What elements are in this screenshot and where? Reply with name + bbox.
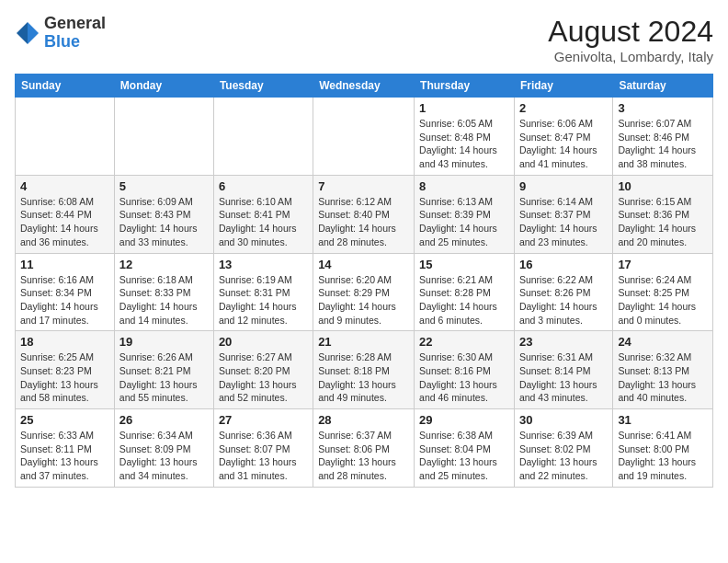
day-number: 6 [219, 179, 308, 193]
calendar-cell [213, 98, 313, 176]
calendar-cell: 29Sunrise: 6:38 AMSunset: 8:04 PMDayligh… [415, 409, 515, 488]
day-number: 31 [618, 413, 708, 427]
day-info: Sunrise: 6:24 AMSunset: 8:25 PMDaylight:… [618, 273, 708, 327]
day-info: Sunrise: 6:06 AMSunset: 8:47 PMDaylight:… [519, 117, 608, 171]
logo-text: General Blue [44, 15, 106, 52]
day-number: 11 [20, 258, 109, 271]
calendar-cell: 27Sunrise: 6:36 AMSunset: 8:07 PMDayligh… [213, 409, 313, 488]
day-info: Sunrise: 6:27 AMSunset: 8:20 PMDaylight:… [219, 350, 308, 405]
day-number: 30 [519, 413, 608, 427]
title-block: August 2024 Genivolta, Lombardy, Italy [548, 15, 713, 64]
day-info: Sunrise: 6:09 AMSunset: 8:43 PMDaylight:… [119, 195, 209, 249]
day-number: 16 [519, 258, 608, 271]
calendar-cell: 5Sunrise: 6:09 AMSunset: 8:43 PMDaylight… [114, 175, 213, 253]
calendar-cell: 25Sunrise: 6:33 AMSunset: 8:11 PMDayligh… [16, 409, 115, 488]
day-number: 27 [219, 413, 308, 427]
day-number: 13 [219, 258, 308, 271]
day-info: Sunrise: 6:41 AMSunset: 8:00 PMDaylight:… [618, 429, 708, 483]
day-info: Sunrise: 6:07 AMSunset: 8:46 PMDaylight:… [618, 117, 708, 171]
day-number: 23 [519, 335, 608, 349]
day-info: Sunrise: 6:12 AMSunset: 8:40 PMDaylight:… [318, 195, 409, 249]
calendar-cell: 8Sunrise: 6:13 AMSunset: 8:39 PMDaylight… [415, 175, 515, 253]
day-info: Sunrise: 6:14 AMSunset: 8:37 PMDaylight:… [519, 195, 608, 249]
calendar-cell: 14Sunrise: 6:20 AMSunset: 8:29 PMDayligh… [313, 253, 415, 331]
day-number: 17 [618, 258, 708, 271]
calendar-cell: 21Sunrise: 6:28 AMSunset: 8:18 PMDayligh… [313, 331, 415, 409]
calendar-cell: 28Sunrise: 6:37 AMSunset: 8:06 PMDayligh… [313, 409, 415, 488]
calendar-cell: 6Sunrise: 6:10 AMSunset: 8:41 PMDaylight… [213, 175, 313, 253]
day-info: Sunrise: 6:38 AMSunset: 8:04 PMDaylight:… [419, 429, 509, 483]
month-title: August 2024 [548, 15, 713, 49]
col-thursday: Thursday [415, 75, 515, 98]
day-number: 28 [318, 413, 409, 427]
calendar-cell: 30Sunrise: 6:39 AMSunset: 8:02 PMDayligh… [514, 409, 612, 488]
calendar-cell: 24Sunrise: 6:32 AMSunset: 8:13 PMDayligh… [613, 331, 713, 409]
calendar-cell [313, 98, 415, 176]
logo-general: General [44, 14, 106, 32]
calendar-cell: 22Sunrise: 6:30 AMSunset: 8:16 PMDayligh… [415, 331, 515, 409]
calendar-cell: 10Sunrise: 6:15 AMSunset: 8:36 PMDayligh… [613, 175, 713, 253]
day-number: 1 [419, 101, 509, 115]
day-info: Sunrise: 6:16 AMSunset: 8:34 PMDaylight:… [20, 273, 109, 327]
day-info: Sunrise: 6:10 AMSunset: 8:41 PMDaylight:… [219, 195, 308, 249]
calendar-cell [16, 98, 115, 176]
day-info: Sunrise: 6:28 AMSunset: 8:18 PMDaylight:… [318, 350, 409, 405]
calendar-cell: 31Sunrise: 6:41 AMSunset: 8:00 PMDayligh… [613, 409, 713, 488]
logo-blue: Blue [44, 32, 80, 51]
day-number: 20 [219, 335, 308, 349]
day-number: 21 [318, 335, 409, 349]
day-info: Sunrise: 6:26 AMSunset: 8:21 PMDaylight:… [119, 350, 209, 405]
calendar-cell: 18Sunrise: 6:25 AMSunset: 8:23 PMDayligh… [16, 331, 115, 409]
calendar-cell: 23Sunrise: 6:31 AMSunset: 8:14 PMDayligh… [514, 331, 612, 409]
day-info: Sunrise: 6:20 AMSunset: 8:29 PMDaylight:… [318, 273, 409, 327]
day-number: 26 [119, 413, 209, 427]
day-info: Sunrise: 6:30 AMSunset: 8:16 PMDaylight:… [419, 350, 509, 405]
calendar-cell: 17Sunrise: 6:24 AMSunset: 8:25 PMDayligh… [613, 253, 713, 331]
day-number: 8 [419, 179, 509, 193]
day-info: Sunrise: 6:37 AMSunset: 8:06 PMDaylight:… [318, 429, 409, 483]
calendar-cell: 7Sunrise: 6:12 AMSunset: 8:40 PMDaylight… [313, 175, 415, 253]
day-info: Sunrise: 6:39 AMSunset: 8:02 PMDaylight:… [519, 429, 608, 483]
calendar-cell: 16Sunrise: 6:22 AMSunset: 8:26 PMDayligh… [514, 253, 612, 331]
day-number: 4 [20, 179, 109, 193]
col-friday: Friday [514, 75, 612, 98]
day-info: Sunrise: 6:34 AMSunset: 8:09 PMDaylight:… [119, 429, 209, 483]
calendar-cell: 4Sunrise: 6:08 AMSunset: 8:44 PMDaylight… [16, 175, 115, 253]
day-number: 10 [618, 179, 708, 193]
day-number: 3 [618, 101, 708, 115]
day-info: Sunrise: 6:05 AMSunset: 8:48 PMDaylight:… [419, 117, 509, 171]
day-number: 25 [20, 413, 109, 427]
day-number: 14 [318, 258, 409, 271]
day-info: Sunrise: 6:33 AMSunset: 8:11 PMDaylight:… [20, 429, 109, 483]
calendar-week-1: 1Sunrise: 6:05 AMSunset: 8:48 PMDaylight… [16, 98, 713, 176]
day-info: Sunrise: 6:32 AMSunset: 8:13 PMDaylight:… [618, 350, 708, 405]
calendar-week-3: 11Sunrise: 6:16 AMSunset: 8:34 PMDayligh… [16, 253, 713, 331]
calendar-week-2: 4Sunrise: 6:08 AMSunset: 8:44 PMDaylight… [16, 175, 713, 253]
day-number: 18 [20, 335, 109, 349]
calendar-week-4: 18Sunrise: 6:25 AMSunset: 8:23 PMDayligh… [16, 331, 713, 409]
calendar-cell: 15Sunrise: 6:21 AMSunset: 8:28 PMDayligh… [415, 253, 515, 331]
day-number: 24 [618, 335, 708, 349]
day-number: 7 [318, 179, 409, 193]
svg-marker-1 [17, 22, 28, 44]
day-number: 2 [519, 101, 608, 115]
calendar-table: Sunday Monday Tuesday Wednesday Thursday… [15, 74, 713, 488]
day-info: Sunrise: 6:19 AMSunset: 8:31 PMDaylight:… [219, 273, 308, 327]
calendar-cell: 19Sunrise: 6:26 AMSunset: 8:21 PMDayligh… [114, 331, 213, 409]
calendar-cell: 1Sunrise: 6:05 AMSunset: 8:48 PMDaylight… [415, 98, 515, 176]
col-monday: Monday [114, 75, 213, 98]
day-number: 15 [419, 258, 509, 271]
day-number: 9 [519, 179, 608, 193]
day-info: Sunrise: 6:13 AMSunset: 8:39 PMDaylight:… [419, 195, 509, 249]
calendar-cell: 11Sunrise: 6:16 AMSunset: 8:34 PMDayligh… [16, 253, 115, 331]
col-saturday: Saturday [613, 75, 713, 98]
day-info: Sunrise: 6:18 AMSunset: 8:33 PMDaylight:… [119, 273, 209, 327]
calendar-week-5: 25Sunrise: 6:33 AMSunset: 8:11 PMDayligh… [16, 409, 713, 488]
col-sunday: Sunday [16, 75, 115, 98]
location: Genivolta, Lombardy, Italy [548, 49, 713, 64]
day-number: 5 [119, 179, 209, 193]
svg-marker-0 [28, 22, 39, 44]
calendar-cell: 20Sunrise: 6:27 AMSunset: 8:20 PMDayligh… [213, 331, 313, 409]
day-info: Sunrise: 6:15 AMSunset: 8:36 PMDaylight:… [618, 195, 708, 249]
calendar-cell: 13Sunrise: 6:19 AMSunset: 8:31 PMDayligh… [213, 253, 313, 331]
